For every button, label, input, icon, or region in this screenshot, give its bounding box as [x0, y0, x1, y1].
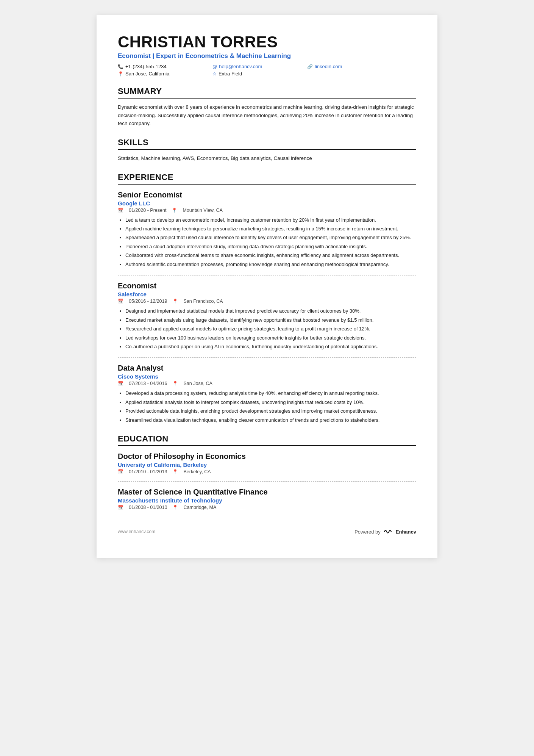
phone-number: +1-(234)-555-1234 — [125, 64, 167, 69]
job-period-1: 01/2020 - Present — [129, 208, 166, 213]
star-icon: ☆ — [212, 71, 217, 77]
job-company-3: Cisco Systems — [118, 373, 416, 380]
phone-icon: 📞 — [118, 64, 123, 69]
edu-school-1: University of California, Berkeley — [118, 462, 416, 468]
contact-info: 📞 +1-(234)-555-1234 @ help@enhancv.com 🔗… — [118, 64, 416, 77]
edu-location-1: Berkeley, CA — [183, 469, 211, 474]
location-contact: 📍 San Jose, California — [118, 71, 201, 77]
job-title-2: Economist — [118, 282, 416, 290]
bullet-item: Authored scientific documentation proces… — [125, 260, 416, 268]
email-icon: @ — [212, 64, 217, 69]
extra-contact: ☆ Extra Field — [212, 71, 296, 77]
edu-degree-2: Master of Science in Quantitative Financ… — [118, 488, 416, 496]
job-meta-1: 📅 01/2020 - Present 📍 Mountain View, CA — [118, 208, 416, 213]
edu-degree-1: Doctor of Philosophy in Economics — [118, 452, 416, 461]
calendar-icon-edu2: 📅 — [118, 505, 123, 510]
brand-name: Enhancv — [396, 529, 416, 535]
bullet-item: Spearheaded a project that used causal i… — [125, 233, 416, 241]
enhancv-branding: Powered by Enhancv — [354, 528, 416, 535]
education-section: EDUCATION Doctor of Philosophy in Econom… — [118, 434, 416, 510]
resume-page: CHRISTIAN TORRES Economist | Expert in E… — [97, 15, 437, 558]
job-company-2: Salesforce — [118, 291, 416, 297]
edu-meta-2: 📅 01/2008 - 01/2010 📍 Cambridge, MA — [118, 505, 416, 510]
candidate-title: Economist | Expert in Econometrics & Mac… — [118, 52, 416, 60]
location-icon-edu1: 📍 — [172, 469, 178, 474]
edu-period-2: 01/2008 - 01/2010 — [129, 505, 167, 510]
contact-row-2: 📍 San Jose, California ☆ Extra Field — [118, 71, 416, 77]
header: CHRISTIAN TORRES Economist | Expert in E… — [118, 33, 416, 77]
calendar-icon-edu1: 📅 — [118, 469, 123, 474]
extra-field: Extra Field — [219, 71, 242, 77]
job-title-1: Senior Economist — [118, 191, 416, 199]
edu-divider — [118, 481, 416, 482]
location-icon-2: 📍 — [172, 299, 178, 304]
summary-title: SUMMARY — [118, 86, 416, 99]
job-item: Data Analyst Cisco Systems 📅 07/2013 - 0… — [118, 364, 416, 424]
education-title: EDUCATION — [118, 434, 416, 446]
linkedin-contact: 🔗 linkedin.com — [307, 64, 390, 69]
email-address: help@enhancv.com — [219, 64, 262, 69]
summary-text: Dynamic economist with over 8 years of e… — [118, 103, 416, 128]
location-icon-3: 📍 — [172, 381, 178, 386]
skills-text: Statistics, Machine learning, AWS, Econo… — [118, 154, 416, 163]
bullet-item: Provided actionable data insights, enric… — [125, 407, 416, 415]
skills-section: SKILLS Statistics, Machine learning, AWS… — [118, 138, 416, 163]
bullet-item: Executed market analysis using large dat… — [125, 316, 416, 324]
location-icon-1: 📍 — [172, 208, 177, 213]
email-contact: @ help@enhancv.com — [212, 64, 296, 69]
bullet-item: Collaborated with cross-functional teams… — [125, 251, 416, 259]
skills-title: SKILLS — [118, 138, 416, 150]
job-title-3: Data Analyst — [118, 364, 416, 373]
job-bullets-1: Led a team to develop an econometric mod… — [118, 216, 416, 269]
job-item: Senior Economist Google LLC 📅 01/2020 - … — [118, 191, 416, 269]
job-period-3: 07/2013 - 04/2016 — [129, 381, 167, 386]
job-bullets-3: Developed a data processing system, redu… — [118, 389, 416, 424]
location-icon: 📍 — [118, 71, 123, 77]
powered-by-text: Powered by — [354, 529, 381, 535]
edu-meta-1: 📅 01/2010 - 01/2013 📍 Berkeley, CA — [118, 469, 416, 474]
contact-row-1: 📞 +1-(234)-555-1234 @ help@enhancv.com 🔗… — [118, 64, 416, 69]
bullet-item: Developed a data processing system, redu… — [125, 389, 416, 397]
page-footer: www.enhancv.com Powered by Enhancv — [118, 528, 416, 535]
bullet-item: Applied statistical analysis tools to in… — [125, 398, 416, 406]
bullet-item: Co-authored a published paper on using A… — [125, 343, 416, 351]
job-company-1: Google LLC — [118, 200, 416, 207]
edu-item: Doctor of Philosophy in Economics Univer… — [118, 452, 416, 474]
edu-location-2: Cambridge, MA — [183, 505, 216, 510]
edu-item: Master of Science in Quantitative Financ… — [118, 488, 416, 510]
linkedin-url: linkedin.com — [315, 64, 342, 69]
bullet-item: Led a team to develop an econometric mod… — [125, 216, 416, 224]
enhancv-icon — [383, 528, 393, 535]
phone-contact: 📞 +1-(234)-555-1234 — [118, 64, 201, 69]
job-location-1: Mountain View, CA — [183, 208, 222, 213]
footer-website: www.enhancv.com — [118, 529, 155, 534]
link-icon: 🔗 — [307, 64, 313, 69]
bullet-item: Researched and applied causal models to … — [125, 325, 416, 333]
bullet-item: Applied machine learning techniques to p… — [125, 225, 416, 233]
calendar-icon-2: 📅 — [118, 299, 123, 304]
edu-school-2: Massachusetts Institute of Technology — [118, 497, 416, 504]
candidate-name: CHRISTIAN TORRES — [118, 33, 416, 51]
job-location-3: San Jose, CA — [183, 381, 212, 386]
job-divider — [118, 357, 416, 358]
summary-section: SUMMARY Dynamic economist with over 8 ye… — [118, 86, 416, 128]
edu-period-1: 01/2010 - 01/2013 — [129, 469, 167, 474]
calendar-icon-1: 📅 — [118, 208, 123, 213]
job-meta-3: 📅 07/2013 - 04/2016 📍 San Jose, CA — [118, 381, 416, 386]
job-meta-2: 📅 05/2016 - 12/2019 📍 San Francisco, CA — [118, 299, 416, 304]
job-period-2: 05/2016 - 12/2019 — [129, 299, 167, 304]
job-item: Economist Salesforce 📅 05/2016 - 12/2019… — [118, 282, 416, 351]
job-divider — [118, 275, 416, 275]
calendar-icon-3: 📅 — [118, 381, 123, 386]
bullet-item: Led workshops for over 100 business lead… — [125, 334, 416, 342]
location-icon-edu2: 📍 — [172, 505, 178, 510]
bullet-item: Pioneered a cloud adoption intervention … — [125, 243, 416, 250]
experience-title: EXPERIENCE — [118, 172, 416, 185]
experience-section: EXPERIENCE Senior Economist Google LLC 📅… — [118, 172, 416, 424]
bullet-item: Designed and implemented statistical mod… — [125, 307, 416, 315]
job-location-2: San Francisco, CA — [183, 299, 223, 304]
job-bullets-2: Designed and implemented statistical mod… — [118, 307, 416, 351]
location-text: San Jose, California — [125, 71, 169, 77]
bullet-item: Streamlined data visualization technique… — [125, 416, 416, 424]
